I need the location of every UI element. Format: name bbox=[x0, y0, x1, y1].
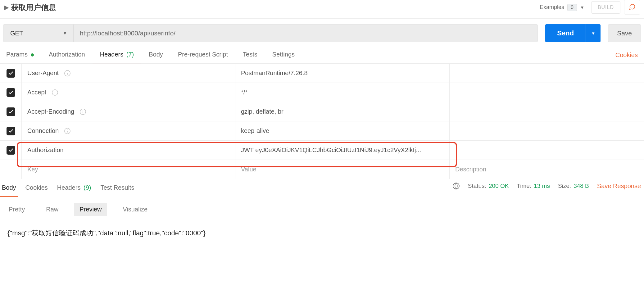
header-row: Accept*/* bbox=[0, 83, 644, 102]
header-row: Connectionkeep-alive bbox=[0, 121, 644, 141]
header-checkbox-cell bbox=[0, 83, 22, 102]
header-checkbox-cell bbox=[0, 160, 22, 179]
header-checkbox[interactable] bbox=[7, 107, 15, 116]
time-label: Time: bbox=[517, 183, 531, 189]
send-button[interactable]: Send bbox=[545, 24, 586, 42]
header-value: PostmanRuntime/7.26.8 bbox=[241, 70, 308, 77]
status-value: 200 OK bbox=[489, 183, 509, 189]
header-key: Accept-Encoding bbox=[27, 108, 74, 115]
svg-point-2 bbox=[67, 72, 67, 72]
cookies-link[interactable]: Cookies bbox=[615, 52, 638, 59]
resp-tab-cookies[interactable]: Cookies bbox=[25, 184, 48, 197]
globe-icon[interactable] bbox=[452, 182, 460, 190]
header-row: Accept-Encodinggzip, deflate, br bbox=[0, 102, 644, 121]
tab-params[interactable]: Params bbox=[6, 51, 34, 64]
send-dropdown[interactable]: ▼ bbox=[586, 24, 601, 42]
header-desc-cell[interactable] bbox=[450, 121, 644, 140]
tab-headers[interactable]: Headers (7) bbox=[100, 51, 134, 64]
request-url-row: GET ▼ http://localhost:8000/api/userinfo… bbox=[0, 19, 644, 46]
size-value: 348 B bbox=[574, 183, 589, 189]
time-value: 13 ms bbox=[534, 183, 550, 189]
response-status-bar: Status: 200 OK Time: 13 ms Size: 348 B S… bbox=[452, 182, 641, 190]
header-key-cell[interactable]: Authorization bbox=[22, 141, 235, 160]
examples-count: 0 bbox=[567, 4, 577, 11]
status-label: Status: bbox=[468, 183, 486, 189]
header-checkbox[interactable] bbox=[7, 88, 15, 97]
method-url-group: GET ▼ http://localhost:8000/api/userinfo… bbox=[3, 24, 538, 42]
save-response-link[interactable]: Save Response bbox=[597, 183, 641, 190]
comment-button[interactable] bbox=[624, 0, 640, 15]
send-button-group: Send ▼ bbox=[545, 24, 601, 42]
http-method-select[interactable]: GET ▼ bbox=[3, 25, 74, 42]
collapse-icon[interactable]: ▶ bbox=[4, 4, 9, 11]
tab-tests[interactable]: Tests bbox=[243, 51, 257, 64]
header-desc-cell[interactable] bbox=[450, 102, 644, 121]
header-key-cell[interactable]: Accept-Encoding bbox=[22, 102, 235, 121]
build-button[interactable]: BUILD bbox=[591, 1, 620, 14]
header-checkbox-cell bbox=[0, 64, 22, 83]
svg-point-8 bbox=[83, 110, 83, 111]
header-value-cell[interactable]: keep-alive bbox=[235, 121, 450, 140]
header-value-cell[interactable]: JWT eyJ0eXAiOiJKV1QiLCJhbGciOiJIUzI1NiJ9… bbox=[235, 141, 450, 160]
resp-tab-body[interactable]: Body bbox=[2, 184, 16, 197]
info-icon[interactable] bbox=[51, 89, 59, 96]
info-icon[interactable] bbox=[64, 70, 71, 77]
viewtab-pretty[interactable]: Pretty bbox=[3, 203, 30, 216]
header-value-input[interactable]: Value bbox=[235, 160, 450, 179]
examples-dropdown[interactable]: Examples 0 ▼ bbox=[537, 2, 587, 13]
header-key-input[interactable]: Key bbox=[22, 160, 235, 179]
header-checkbox[interactable] bbox=[7, 127, 15, 135]
request-titlebar: ▶ 获取用户信息 Examples 0 ▼ BUILD bbox=[0, 0, 644, 19]
resp-tab-headers[interactable]: Headers (9) bbox=[57, 184, 91, 197]
header-value: keep-alive bbox=[241, 127, 269, 134]
examples-label: Examples bbox=[540, 4, 564, 11]
header-checkbox-cell bbox=[0, 141, 22, 160]
tab-authorization[interactable]: Authorization bbox=[49, 51, 85, 64]
headers-table-wrap: User-AgentPostmanRuntime/7.26.8Accept*/*… bbox=[0, 63, 644, 179]
info-icon[interactable] bbox=[79, 108, 87, 116]
size-label: Size: bbox=[558, 183, 571, 189]
header-row: AuthorizationJWT eyJ0eXAiOiJKV1QiLCJhbGc… bbox=[0, 141, 644, 160]
header-value: gzip, deflate, br bbox=[241, 108, 283, 115]
header-value-cell[interactable]: gzip, deflate, br bbox=[235, 102, 450, 121]
header-key-cell[interactable]: User-Agent bbox=[22, 64, 235, 83]
header-key: Connection bbox=[27, 127, 59, 134]
response-tabs: Body Cookies Headers (9) Test Results St… bbox=[0, 179, 644, 197]
tab-settings[interactable]: Settings bbox=[272, 51, 295, 64]
header-checkbox-cell bbox=[0, 102, 22, 121]
viewtab-preview[interactable]: Preview bbox=[74, 203, 107, 216]
header-value-cell[interactable]: */* bbox=[235, 83, 450, 102]
header-desc-cell[interactable] bbox=[450, 64, 644, 83]
tab-body[interactable]: Body bbox=[149, 51, 163, 64]
save-button[interactable]: Save bbox=[608, 24, 641, 42]
response-body: {"msg":"获取短信验证码成功","data":null,"flag":tr… bbox=[0, 222, 644, 245]
url-input[interactable]: http://localhost:8000/api/userinfo/ bbox=[74, 25, 537, 42]
viewtab-visualize[interactable]: Visualize bbox=[117, 203, 153, 216]
header-value: */* bbox=[241, 89, 247, 96]
header-key: User-Agent bbox=[27, 70, 59, 77]
svg-point-11 bbox=[67, 129, 67, 130]
status-dot-icon bbox=[31, 53, 34, 57]
request-tabs: Params Authorization Headers (7) Body Pr… bbox=[0, 46, 644, 63]
info-icon[interactable] bbox=[64, 127, 71, 135]
svg-point-5 bbox=[55, 91, 55, 91]
header-key-cell[interactable]: Accept bbox=[22, 83, 235, 102]
viewtab-raw[interactable]: Raw bbox=[40, 203, 64, 216]
http-method-value: GET bbox=[10, 30, 23, 37]
header-row: User-AgentPostmanRuntime/7.26.8 bbox=[0, 64, 644, 83]
header-checkbox[interactable] bbox=[7, 146, 15, 155]
header-key: Accept bbox=[27, 89, 46, 96]
request-title: 获取用户信息 bbox=[11, 2, 56, 12]
header-desc-cell[interactable] bbox=[450, 141, 644, 160]
resp-tab-testresults[interactable]: Test Results bbox=[100, 184, 134, 197]
header-row-placeholder: KeyValueDescription bbox=[0, 160, 644, 179]
tab-prerequest[interactable]: Pre-request Script bbox=[178, 51, 228, 64]
header-value-cell[interactable]: PostmanRuntime/7.26.8 bbox=[235, 64, 450, 83]
header-checkbox[interactable] bbox=[7, 69, 15, 78]
header-desc-cell[interactable] bbox=[450, 83, 644, 102]
header-desc-input[interactable]: Description bbox=[450, 160, 644, 179]
comment-icon bbox=[629, 3, 636, 10]
chevron-down-icon: ▼ bbox=[591, 31, 595, 36]
header-key-cell[interactable]: Connection bbox=[22, 121, 235, 140]
header-checkbox-cell bbox=[0, 121, 22, 140]
